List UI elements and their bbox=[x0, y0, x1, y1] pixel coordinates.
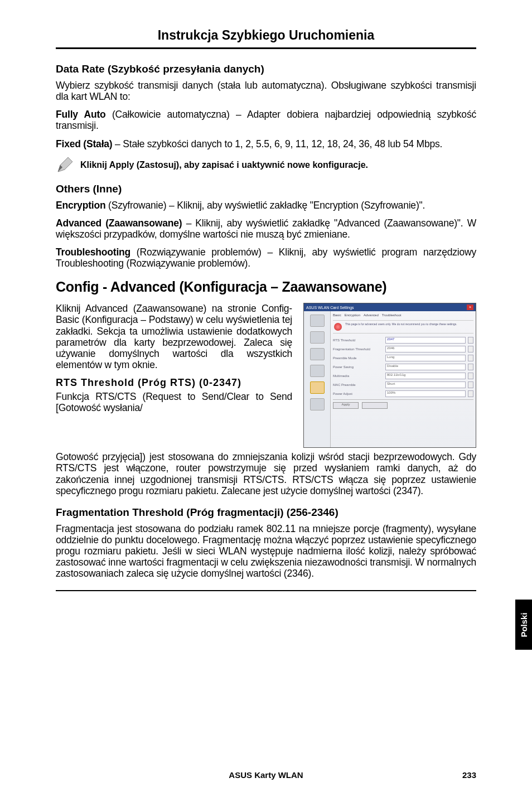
settings-tabs: Basic Encryption Advanced Troubleshoot bbox=[333, 313, 473, 317]
rts-body-part2: Gotowość przyjęcia]) jest stosowana do z… bbox=[56, 451, 476, 496]
ok-button[interactable] bbox=[362, 402, 388, 409]
info-banner: This page is for advanced users only. We… bbox=[333, 320, 473, 334]
tab-encryption[interactable]: Encryption bbox=[345, 313, 360, 317]
power-dropdown-icon[interactable] bbox=[468, 364, 473, 370]
tab-advanced[interactable]: Advanced bbox=[364, 313, 379, 317]
mac-field-label: MAC Preamble bbox=[333, 383, 383, 386]
troubleshooting-label: Troubleshooting bbox=[56, 247, 130, 258]
fragmentation-heading: Fragmentation Threshold (Próg fragmentac… bbox=[56, 506, 476, 519]
window-titlebar: ASUS WLAN Card Settings × bbox=[304, 303, 476, 311]
troubleshooting-paragraph: Troubleshooting (Rozwiązywanie problemów… bbox=[56, 247, 476, 269]
sidebar-item-status[interactable] bbox=[310, 315, 325, 327]
fixed-text: – Stałe szybkości danych to 1, 2, 5.5, 6… bbox=[112, 138, 442, 149]
advanced-settings-screenshot: ASUS WLAN Card Settings × Basic bbox=[303, 303, 476, 448]
sidebar-item-survey[interactable] bbox=[310, 348, 325, 360]
rts-heading: RTS Threshold (Próg RTS) (0-2347) bbox=[56, 377, 292, 389]
page-footer: ASUS Karty WLAN 233 bbox=[56, 770, 476, 780]
fully-auto-text: (Całkowicie automatyczna) – Adapter dobi… bbox=[56, 109, 476, 131]
page-header-title: Instrukcja Szybkiego Uruchomienia bbox=[56, 28, 476, 43]
language-side-tab-label: Polski bbox=[519, 612, 529, 637]
others-heading: Others (Inne) bbox=[56, 183, 476, 195]
warning-icon bbox=[334, 323, 342, 331]
mode-field-select[interactable]: 802.11b/11g bbox=[385, 373, 466, 379]
footer-text: ASUS Karty WLAN bbox=[229, 770, 303, 780]
pencil-icon bbox=[56, 156, 74, 174]
sidebar-item-exit[interactable] bbox=[310, 398, 325, 410]
footer-divider bbox=[56, 590, 476, 591]
encryption-paragraph: Encryption (Szyfrowanie) – Kliknij, aby … bbox=[56, 200, 476, 211]
fully-auto-paragraph: Fully Auto (Całkowicie automatyczna) – A… bbox=[56, 109, 476, 131]
adapter-field-select[interactable]: 100% bbox=[385, 390, 466, 397]
rts-field-label: RTS Threshold bbox=[333, 339, 383, 342]
mac-field-select[interactable]: Short bbox=[385, 381, 466, 388]
adapter-field-label: Power Adjust bbox=[333, 392, 383, 395]
note-row: Kliknij Apply (Zastosuj), aby zapisać i … bbox=[56, 156, 476, 174]
advanced-label: Advanced (Zaawansowane) bbox=[56, 218, 182, 229]
rts-field-spinner[interactable] bbox=[468, 337, 473, 344]
encryption-text: (Szyfrowanie) – Kliknij, aby wyświetlić … bbox=[105, 200, 425, 211]
fully-auto-label: Fully Auto bbox=[56, 109, 106, 120]
mac-dropdown-icon[interactable] bbox=[468, 381, 473, 388]
apply-button[interactable]: Apply bbox=[333, 402, 359, 409]
close-icon[interactable]: × bbox=[467, 305, 473, 310]
note-text: Kliknij Apply (Zastosuj), aby zapisać i … bbox=[80, 160, 368, 170]
preamble-field-label: Preamble Mode bbox=[333, 356, 383, 360]
settings-sidebar bbox=[304, 311, 331, 447]
language-side-tab: Polski bbox=[515, 600, 532, 650]
window-title-text: ASUS WLAN Card Settings bbox=[306, 306, 354, 310]
fixed-paragraph: Fixed (Stała) – Stałe szybkości danych t… bbox=[56, 138, 476, 149]
preamble-field-select[interactable]: Long bbox=[385, 355, 466, 361]
power-field-label: Power Saving bbox=[333, 365, 383, 369]
info-banner-text: This page is for advanced users only. We… bbox=[345, 323, 457, 326]
rts-body-part1: Funkcja RTS/CTS (Request to Send/Clear t… bbox=[56, 391, 292, 413]
config-advanced-heading: Config - Advanced (Konfiguracja – Zaawan… bbox=[56, 279, 476, 295]
preamble-dropdown-icon[interactable] bbox=[468, 355, 473, 361]
footer-page-number: 233 bbox=[462, 770, 476, 780]
power-field-select[interactable]: Disable bbox=[385, 364, 466, 370]
config-advanced-intro: Kliknij Advanced (Zaawansowane) na stron… bbox=[56, 303, 292, 370]
tab-troubleshoot[interactable]: Troubleshoot bbox=[382, 313, 402, 317]
frag-field-input[interactable]: 2346 bbox=[385, 346, 466, 352]
frag-field-spinner[interactable] bbox=[468, 346, 473, 352]
fixed-label: Fixed (Stała) bbox=[56, 138, 112, 149]
header-divider bbox=[56, 47, 476, 49]
encryption-label: Encryption bbox=[56, 200, 105, 211]
mode-dropdown-icon[interactable] bbox=[468, 373, 473, 379]
sidebar-item-config[interactable] bbox=[310, 331, 325, 344]
frag-field-label: Fragmentation Threshold bbox=[333, 347, 383, 351]
tab-basic[interactable]: Basic bbox=[333, 313, 341, 317]
adapter-dropdown-icon[interactable] bbox=[468, 390, 473, 397]
sidebar-item-about[interactable] bbox=[310, 365, 325, 377]
data-rate-intro: Wybierz szybkość transmisji danych (stał… bbox=[56, 80, 476, 102]
data-rate-heading: Data Rate (Szybkość przesyłania danych) bbox=[56, 63, 476, 75]
rts-field-input[interactable]: 2347 bbox=[385, 337, 466, 344]
mode-field-label: Multimedia bbox=[333, 374, 383, 378]
fragmentation-body: Fragmentacja jest stosowana do podziału … bbox=[56, 523, 476, 579]
sidebar-item-link[interactable] bbox=[310, 381, 325, 394]
advanced-paragraph: Advanced (Zaawansowane) – Kliknij, aby w… bbox=[56, 218, 476, 240]
